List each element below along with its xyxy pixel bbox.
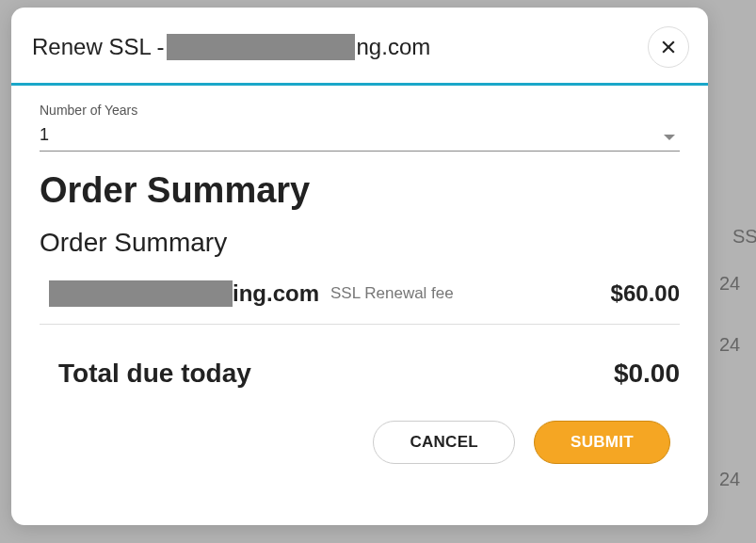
modal-actions: CANCEL SUBMIT: [40, 398, 680, 464]
years-label: Number of Years: [40, 103, 680, 118]
redacted-domain: [49, 280, 233, 307]
bg-cell: 24: [719, 334, 740, 356]
chevron-down-icon: [663, 128, 676, 145]
close-icon: [659, 38, 678, 56]
line-item: ing.com SSL Renewal fee $60.00: [40, 280, 680, 325]
order-summary-subheading: Order Summary: [40, 228, 680, 258]
cancel-button[interactable]: CANCEL: [373, 421, 515, 464]
redacted-domain: [167, 34, 355, 60]
years-select[interactable]: 1: [40, 121, 680, 152]
total-row: Total due today $0.00: [40, 325, 680, 398]
order-summary-heading: Order Summary: [40, 170, 680, 211]
bg-column-header: SS: [732, 226, 756, 248]
title-prefix: Renew SSL -: [32, 34, 165, 60]
bg-cell: 24: [719, 469, 740, 490]
modal-header: Renew SSL - ng.com: [11, 8, 708, 83]
line-item-description: SSL Renewal fee: [330, 284, 454, 303]
renew-ssl-modal: Renew SSL - ng.com Number of Years 1 Ord…: [11, 8, 708, 525]
close-button[interactable]: [648, 26, 689, 68]
line-item-amount: $60.00: [611, 280, 680, 307]
total-amount: $0.00: [614, 359, 680, 389]
modal-content: Number of Years 1 Order Summary Order Su…: [11, 86, 708, 483]
line-item-left: ing.com SSL Renewal fee: [49, 280, 454, 307]
bg-cell: 24: [719, 273, 740, 295]
modal-title: Renew SSL - ng.com: [32, 34, 430, 60]
years-value: 1: [40, 125, 49, 144]
title-suffix: ng.com: [357, 34, 431, 60]
domain-name: ing.com: [233, 280, 319, 307]
submit-button[interactable]: SUBMIT: [534, 421, 670, 464]
total-label: Total due today: [58, 359, 251, 389]
